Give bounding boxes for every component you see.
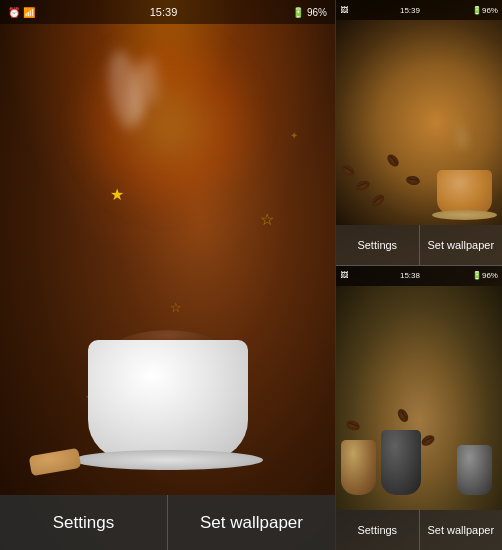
coffee-bean-5 <box>370 192 387 208</box>
battery-signal-left: 🔋 96% <box>292 7 327 18</box>
coffee-cup-left <box>58 290 278 470</box>
bottom-right-panel: 🖼 15:38 🔋96% Settings Set wallpaper <box>336 266 502 550</box>
status-icons-left: ⏰ 📶 <box>8 7 35 18</box>
mug-br-3 <box>457 445 492 495</box>
smoke-top-right <box>452 120 472 170</box>
set-wallpaper-button-tr[interactable]: Set wallpaper <box>420 225 503 265</box>
img-icon-tr: 🖼 <box>340 6 348 15</box>
battery-icon-left: 🔋 <box>292 7 304 18</box>
cup-body-tr <box>437 170 492 215</box>
top-right-panel: 🖼 15:39 🔋96% Settings <box>336 0 502 265</box>
status-bar-top-right: 🖼 15:39 🔋96% <box>336 0 502 20</box>
left-panel: ⏰ 📶 15:39 🔋 96% ★ ☆ ☆ ☆ ✦ ✦ Settings Se <box>0 0 335 550</box>
coffee-bean-br-2 <box>420 433 437 448</box>
set-wallpaper-button-left[interactable]: Set wallpaper <box>168 495 335 550</box>
bottom-bar-top-right: Settings Set wallpaper <box>336 225 502 265</box>
coffee-bean-br-3 <box>396 407 411 424</box>
battery-br: 🔋96% <box>472 271 498 280</box>
settings-button-tr[interactable]: Settings <box>336 225 420 265</box>
set-wallpaper-label-br: Set wallpaper <box>427 524 494 536</box>
settings-button-br[interactable]: Settings <box>336 510 420 550</box>
set-wallpaper-button-br[interactable]: Set wallpaper <box>420 510 503 550</box>
coffee-bean-2 <box>355 178 371 191</box>
star-5: ✦ <box>290 130 298 141</box>
battery-tr: 🔋96% <box>472 6 498 15</box>
set-wallpaper-label-tr: Set wallpaper <box>427 239 494 251</box>
bottom-right-content <box>336 286 502 510</box>
coffee-bean-1 <box>340 163 357 178</box>
status-bar-left: ⏰ 📶 15:39 🔋 96% <box>0 0 335 24</box>
coffee-bean-4 <box>405 174 420 185</box>
alarm-icon: ⏰ <box>8 7 20 18</box>
time-tr: 15:39 <box>400 6 420 15</box>
time-br: 15:38 <box>400 271 420 280</box>
bottom-bar-bottom-right: Settings Set wallpaper <box>336 510 502 550</box>
right-panel: 🖼 15:39 🔋96% Settings <box>335 0 502 550</box>
mug-br-2 <box>381 430 421 495</box>
cup-body-left <box>88 340 248 460</box>
settings-button-left[interactable]: Settings <box>0 495 168 550</box>
top-right-content <box>336 20 502 225</box>
star-2: ☆ <box>260 210 274 229</box>
battery-pct-left: 96% <box>307 7 327 18</box>
saucer-tr <box>432 210 497 220</box>
time-left: 15:39 <box>150 6 178 18</box>
star-1: ★ <box>110 185 124 204</box>
set-wallpaper-label-left: Set wallpaper <box>200 513 303 533</box>
img-icon-br: 🖼 <box>340 271 348 280</box>
status-bar-bottom-right: 🖼 15:38 🔋96% <box>336 266 502 286</box>
settings-label-tr: Settings <box>357 239 397 251</box>
settings-label-left: Settings <box>53 513 114 533</box>
coffee-bean-br-1 <box>345 419 361 432</box>
coffee-bean-3 <box>385 152 401 169</box>
smoke-wisp-tr-2 <box>460 130 468 150</box>
bottom-bar-left: Settings Set wallpaper <box>0 495 335 550</box>
settings-label-br: Settings <box>357 524 397 536</box>
saucer-left <box>73 450 263 470</box>
mug-br-1 <box>341 440 376 495</box>
wifi-icon: 📶 <box>23 7 35 18</box>
steam-left <box>90 50 170 150</box>
